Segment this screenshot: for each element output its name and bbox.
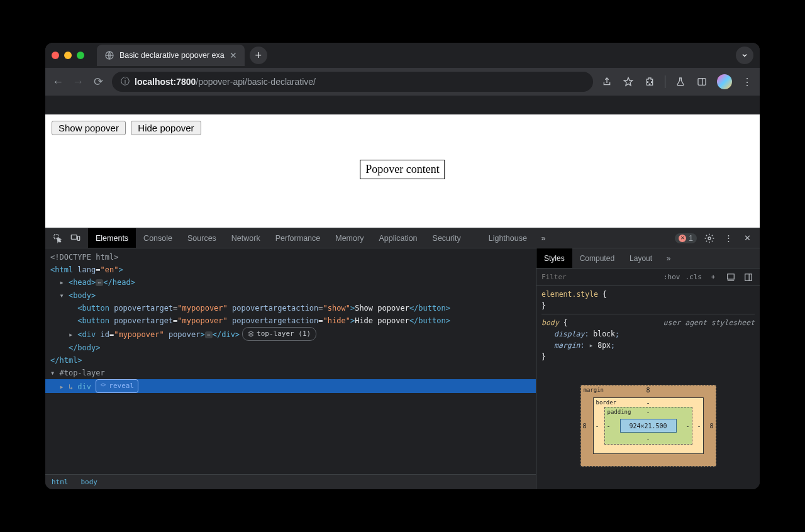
address-bar[interactable]: ⓘ localhost:7800/popover-api/basic-decla… [112, 72, 593, 92]
devtools: Elements Console Sources Network Perform… [45, 228, 760, 489]
browser-tab[interactable]: Basic declarative popover exa ✕ [97, 45, 245, 66]
minimize-window-button[interactable] [64, 52, 72, 59]
breadcrumb-body[interactable]: body [75, 478, 104, 486]
tab-layout[interactable]: Layout [622, 248, 660, 268]
side-panel-icon[interactable] [696, 75, 708, 88]
tab-computed[interactable]: Computed [572, 248, 622, 268]
more-tabs-icon[interactable]: » [537, 232, 550, 245]
tab-security[interactable]: Security [425, 228, 469, 248]
devtools-menu-icon[interactable]: ⋮ [722, 232, 735, 245]
tab-performance[interactable]: Performance [268, 228, 328, 248]
dom-selected-row[interactable]: ▸ ↳ div reveal [45, 379, 536, 393]
computed-styles-icon[interactable] [724, 271, 737, 284]
error-badge[interactable]: ✕ 1 [675, 233, 697, 243]
dom-doctype: <!DOCTYPE html> [50, 253, 118, 262]
breadcrumb-html[interactable]: html [45, 478, 75, 486]
styles-panel: Styles Computed Layout » :hov .cls + ele… [536, 248, 760, 489]
error-icon: ✕ [679, 235, 686, 242]
styles-rules[interactable]: element.style { } body {user agent style… [536, 286, 760, 365]
breadcrumb: html body [45, 474, 536, 489]
svg-rect-4 [71, 235, 77, 239]
divider [665, 75, 665, 88]
bookmark-icon[interactable] [622, 75, 635, 88]
device-toggle-icon[interactable] [69, 232, 82, 245]
cls-toggle[interactable]: .cls [686, 273, 702, 281]
svg-point-6 [708, 237, 711, 240]
maximize-window-button[interactable] [77, 52, 84, 59]
page-content: Show popover Hide popover Popover conten… [45, 114, 760, 228]
new-tab-button[interactable]: + [250, 47, 267, 64]
toolbar: ← → ⟳ ⓘ localhost:7800/popover-api/basic… [45, 68, 760, 96]
box-model-content: 924×21.500 [620, 419, 677, 433]
more-styles-tabs-icon[interactable]: » [662, 252, 675, 265]
tab-styles[interactable]: Styles [536, 248, 572, 268]
profile-avatar[interactable] [717, 74, 732, 89]
popover: Popover content [360, 160, 445, 179]
svg-rect-5 [77, 236, 79, 240]
settings-gear-icon[interactable] [703, 232, 716, 245]
styles-filter-input[interactable] [541, 273, 658, 281]
styles-tabs: Styles Computed Layout » [536, 248, 760, 269]
tab-strip: Basic declarative popover exa ✕ + [45, 43, 760, 68]
elements-panel: <!DOCTYPE html> <html lang="en"> ▸ <head… [45, 248, 536, 489]
reveal-badge[interactable]: reveal [96, 379, 138, 393]
url: localhost:7800/popover-api/basic-declara… [135, 77, 316, 87]
inspect-icon[interactable] [52, 232, 64, 245]
back-button[interactable]: ← [52, 75, 64, 89]
styles-filter-bar: :hov .cls + [536, 269, 760, 286]
toolbar-actions: ⋮ [601, 74, 753, 89]
tab-console[interactable]: Console [136, 228, 180, 248]
tab-title: Basic declarative popover exa [119, 51, 225, 60]
devtools-body: <!DOCTYPE html> <html lang="en"> ▸ <head… [45, 248, 760, 489]
tab-application[interactable]: Application [371, 228, 425, 248]
browser-window: Basic declarative popover exa ✕ + ← → ⟳ … [45, 43, 760, 489]
show-popover-button[interactable]: Show popover [52, 121, 126, 135]
new-style-rule-icon[interactable]: + [707, 271, 719, 284]
devtools-tabbar: Elements Console Sources Network Perform… [45, 228, 760, 248]
tab-network[interactable]: Network [224, 228, 268, 248]
globe-icon [104, 50, 114, 60]
box-model[interactable]: margin 8 8 8 border - - - padding - [536, 365, 760, 489]
close-tab-icon[interactable]: ✕ [230, 50, 237, 60]
svg-rect-7 [728, 274, 735, 279]
hov-toggle[interactable]: :hov [663, 273, 680, 281]
toolbar-spacer [45, 96, 760, 114]
reload-button[interactable]: ⟳ [92, 75, 104, 89]
share-icon[interactable] [601, 75, 613, 88]
tab-memory[interactable]: Memory [328, 228, 371, 248]
error-count: 1 [689, 234, 693, 243]
top-layer-badge[interactable]: top-layer (1) [242, 327, 316, 341]
close-window-button[interactable] [52, 52, 59, 59]
hide-popover-button[interactable]: Hide popover [131, 121, 201, 135]
tab-overflow-button[interactable] [736, 47, 753, 64]
site-info-icon[interactable]: ⓘ [121, 76, 130, 87]
forward-button[interactable]: → [72, 75, 84, 89]
tab-lighthouse[interactable]: Lighthouse [481, 228, 535, 248]
svg-rect-8 [745, 274, 752, 280]
chrome-menu-icon[interactable]: ⋮ [741, 75, 753, 88]
labs-icon[interactable] [674, 75, 687, 88]
close-devtools-icon[interactable]: ✕ [741, 232, 753, 245]
window-controls [52, 52, 84, 59]
tab-elements[interactable]: Elements [88, 228, 136, 248]
dom-tree[interactable]: <!DOCTYPE html> <html lang="en"> ▸ <head… [45, 248, 536, 474]
styles-sidebar-icon[interactable] [742, 271, 755, 284]
svg-rect-1 [698, 79, 706, 86]
tab-sources[interactable]: Sources [180, 228, 224, 248]
extensions-icon[interactable] [643, 75, 656, 88]
